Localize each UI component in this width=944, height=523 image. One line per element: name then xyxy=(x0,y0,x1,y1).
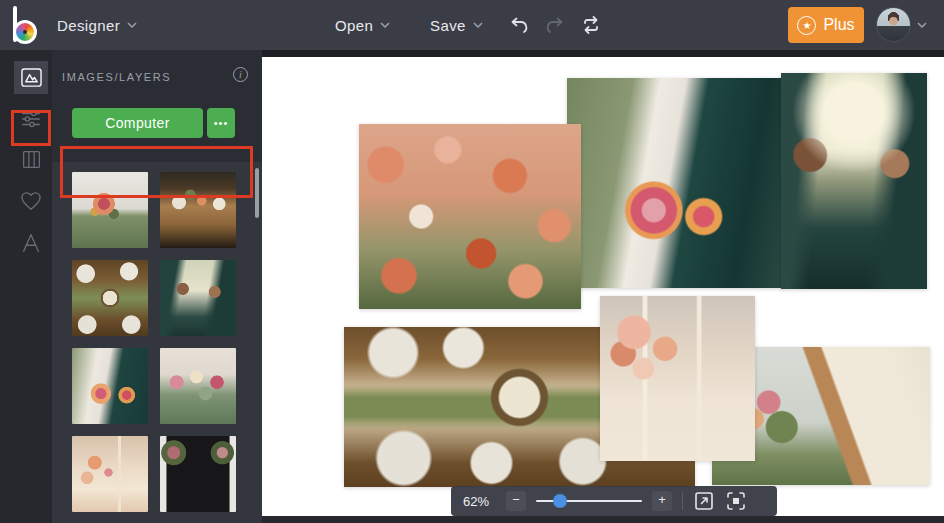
sidebar-item-text[interactable] xyxy=(14,226,48,259)
toolbar-divider xyxy=(682,492,683,510)
thumb-bride-bouquets[interactable] xyxy=(72,348,148,424)
zoom-toolbar: 62% − + xyxy=(451,486,777,516)
images-layers-panel: IMAGES/LAYERS i Computer ••• xyxy=(52,50,262,523)
panel-scrollbar[interactable] xyxy=(255,168,259,218)
chevron-down-icon xyxy=(380,22,390,28)
sliders-icon xyxy=(20,108,42,130)
user-avatar[interactable] xyxy=(876,7,911,42)
photo-candle-centerpiece[interactable] xyxy=(600,296,755,461)
thumb-floral-garland[interactable] xyxy=(160,348,236,424)
plus-button-label: Plus xyxy=(823,16,854,34)
design-canvas[interactable] xyxy=(262,57,944,516)
thumb-bridesmaids-pair[interactable] xyxy=(160,260,236,336)
photo-flower-field[interactable] xyxy=(359,124,581,309)
account-chevron-down-icon[interactable] xyxy=(917,22,927,28)
thumb-black-door[interactable] xyxy=(160,436,236,512)
chevron-down-icon xyxy=(473,22,483,28)
info-icon[interactable]: i xyxy=(233,67,248,82)
reset-loop-icon[interactable] xyxy=(580,14,602,36)
zoom-out-button[interactable]: − xyxy=(506,491,526,511)
resize-canvas-icon[interactable] xyxy=(693,490,715,512)
zoom-slider-thumb[interactable] xyxy=(553,494,567,508)
computer-upload-button[interactable]: Computer xyxy=(72,108,203,138)
top-bar: Designer Open Save ★ Plus xyxy=(0,0,944,50)
zoom-in-button[interactable]: + xyxy=(652,491,672,511)
thumb-wood-garlands[interactable] xyxy=(160,172,236,248)
befunky-logo-icon[interactable] xyxy=(13,6,45,44)
sidebar-item-templates[interactable] xyxy=(14,143,48,176)
fit-to-screen-icon[interactable] xyxy=(725,490,747,512)
ellipsis-icon: ••• xyxy=(214,117,229,129)
plus-upgrade-button[interactable]: ★ Plus xyxy=(788,7,864,43)
tool-sidebar xyxy=(0,50,52,523)
save-menu[interactable]: Save xyxy=(430,0,483,50)
heart-icon xyxy=(20,191,42,211)
save-menu-label: Save xyxy=(430,17,466,34)
thumb-bouquet-arch[interactable] xyxy=(72,172,148,248)
photo-bride-bridesmaid[interactable] xyxy=(567,78,784,288)
chevron-down-icon xyxy=(127,22,137,28)
zoom-level: 62% xyxy=(463,494,496,509)
zoom-slider[interactable] xyxy=(536,491,642,511)
text-a-icon xyxy=(20,232,42,254)
more-sources-button[interactable]: ••• xyxy=(207,108,235,138)
designer-menu-label: Designer xyxy=(57,17,120,34)
panel-title: IMAGES/LAYERS xyxy=(62,71,171,83)
designer-menu[interactable]: Designer xyxy=(57,0,137,50)
sidebar-item-images-layers[interactable] xyxy=(14,61,48,94)
star-icon: ★ xyxy=(797,16,816,35)
sidebar-item-favorites[interactable] xyxy=(14,184,48,217)
open-menu[interactable]: Open xyxy=(335,0,390,50)
thumb-candle-table[interactable] xyxy=(72,436,148,512)
image-icon xyxy=(20,67,43,88)
columns-icon xyxy=(21,149,42,170)
photo-bridesmaids-group[interactable] xyxy=(781,73,927,289)
thumb-table-overhead[interactable] xyxy=(72,260,148,336)
canvas-top-shadow xyxy=(262,50,944,57)
computer-button-label: Computer xyxy=(105,115,170,131)
image-thumbnail-list xyxy=(52,162,262,523)
undo-icon[interactable] xyxy=(508,14,530,36)
open-menu-label: Open xyxy=(335,17,373,34)
sidebar-item-edit[interactable] xyxy=(14,102,48,135)
redo-icon[interactable] xyxy=(544,14,566,36)
